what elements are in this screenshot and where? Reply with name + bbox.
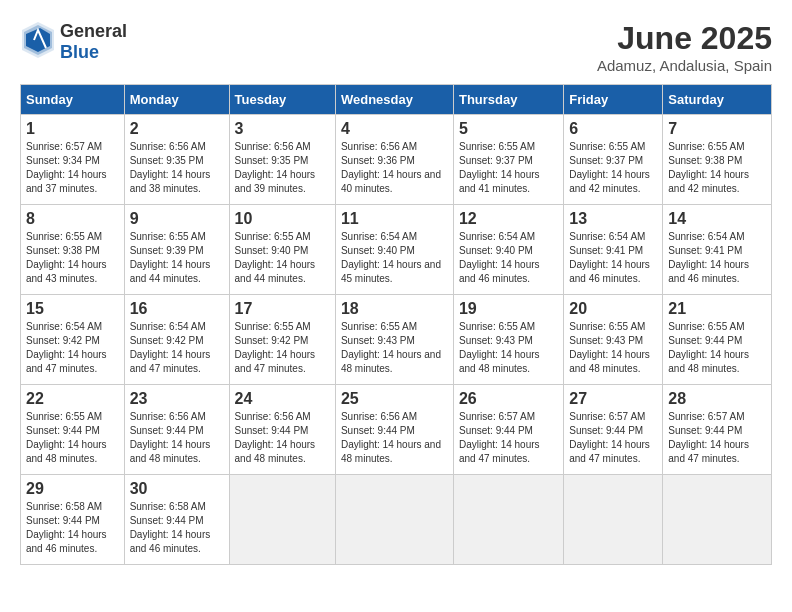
day-number: 8 — [26, 210, 119, 228]
page-title: June 2025 — [597, 20, 772, 57]
day-info: Sunrise: 6:55 AMSunset: 9:44 PMDaylight:… — [668, 321, 749, 374]
day-info: Sunrise: 6:58 AMSunset: 9:44 PMDaylight:… — [130, 501, 211, 554]
day-number: 24 — [235, 390, 330, 408]
day-info: Sunrise: 6:56 AMSunset: 9:44 PMDaylight:… — [341, 411, 441, 464]
day-info: Sunrise: 6:57 AMSunset: 9:44 PMDaylight:… — [569, 411, 650, 464]
day-number: 4 — [341, 120, 448, 138]
calendar-week-row: 8 Sunrise: 6:55 AMSunset: 9:38 PMDayligh… — [21, 205, 772, 295]
day-info: Sunrise: 6:56 AMSunset: 9:44 PMDaylight:… — [130, 411, 211, 464]
logo-graphic — [20, 20, 56, 64]
calendar-cell: 20 Sunrise: 6:55 AMSunset: 9:43 PMDaylig… — [564, 295, 663, 385]
day-info: Sunrise: 6:57 AMSunset: 9:44 PMDaylight:… — [668, 411, 749, 464]
logo-general: General — [60, 21, 127, 41]
logo: General Blue — [20, 20, 127, 64]
calendar-cell — [453, 475, 563, 565]
day-number: 16 — [130, 300, 224, 318]
header-thursday: Thursday — [453, 85, 563, 115]
day-number: 27 — [569, 390, 657, 408]
calendar-cell: 1 Sunrise: 6:57 AMSunset: 9:34 PMDayligh… — [21, 115, 125, 205]
day-info: Sunrise: 6:57 AMSunset: 9:34 PMDaylight:… — [26, 141, 107, 194]
calendar-cell: 19 Sunrise: 6:55 AMSunset: 9:43 PMDaylig… — [453, 295, 563, 385]
calendar-week-row: 15 Sunrise: 6:54 AMSunset: 9:42 PMDaylig… — [21, 295, 772, 385]
calendar-cell: 27 Sunrise: 6:57 AMSunset: 9:44 PMDaylig… — [564, 385, 663, 475]
day-info: Sunrise: 6:55 AMSunset: 9:38 PMDaylight:… — [668, 141, 749, 194]
day-info: Sunrise: 6:55 AMSunset: 9:42 PMDaylight:… — [235, 321, 316, 374]
logo-text: General Blue — [60, 21, 127, 63]
day-info: Sunrise: 6:55 AMSunset: 9:37 PMDaylight:… — [569, 141, 650, 194]
calendar-cell — [564, 475, 663, 565]
logo-blue: Blue — [60, 42, 99, 62]
header-monday: Monday — [124, 85, 229, 115]
day-number: 12 — [459, 210, 558, 228]
day-number: 25 — [341, 390, 448, 408]
day-info: Sunrise: 6:55 AMSunset: 9:40 PMDaylight:… — [235, 231, 316, 284]
day-number: 30 — [130, 480, 224, 498]
calendar-table: Sunday Monday Tuesday Wednesday Thursday… — [20, 84, 772, 565]
day-info: Sunrise: 6:58 AMSunset: 9:44 PMDaylight:… — [26, 501, 107, 554]
calendar-cell: 22 Sunrise: 6:55 AMSunset: 9:44 PMDaylig… — [21, 385, 125, 475]
calendar-cell: 6 Sunrise: 6:55 AMSunset: 9:37 PMDayligh… — [564, 115, 663, 205]
day-number: 11 — [341, 210, 448, 228]
day-number: 7 — [668, 120, 766, 138]
day-info: Sunrise: 6:55 AMSunset: 9:43 PMDaylight:… — [341, 321, 441, 374]
header-tuesday: Tuesday — [229, 85, 335, 115]
calendar-cell: 17 Sunrise: 6:55 AMSunset: 9:42 PMDaylig… — [229, 295, 335, 385]
day-number: 28 — [668, 390, 766, 408]
title-area: June 2025 Adamuz, Andalusia, Spain — [597, 20, 772, 74]
calendar-cell: 18 Sunrise: 6:55 AMSunset: 9:43 PMDaylig… — [335, 295, 453, 385]
day-info: Sunrise: 6:54 AMSunset: 9:40 PMDaylight:… — [341, 231, 441, 284]
day-info: Sunrise: 6:54 AMSunset: 9:42 PMDaylight:… — [130, 321, 211, 374]
calendar-cell: 21 Sunrise: 6:55 AMSunset: 9:44 PMDaylig… — [663, 295, 772, 385]
day-number: 10 — [235, 210, 330, 228]
day-info: Sunrise: 6:54 AMSunset: 9:41 PMDaylight:… — [569, 231, 650, 284]
day-number: 26 — [459, 390, 558, 408]
day-number: 23 — [130, 390, 224, 408]
calendar-cell: 5 Sunrise: 6:55 AMSunset: 9:37 PMDayligh… — [453, 115, 563, 205]
page-subtitle: Adamuz, Andalusia, Spain — [597, 57, 772, 74]
header-wednesday: Wednesday — [335, 85, 453, 115]
day-number: 21 — [668, 300, 766, 318]
day-number: 9 — [130, 210, 224, 228]
calendar-cell: 11 Sunrise: 6:54 AMSunset: 9:40 PMDaylig… — [335, 205, 453, 295]
day-number: 13 — [569, 210, 657, 228]
calendar-cell: 29 Sunrise: 6:58 AMSunset: 9:44 PMDaylig… — [21, 475, 125, 565]
calendar-cell: 14 Sunrise: 6:54 AMSunset: 9:41 PMDaylig… — [663, 205, 772, 295]
calendar-header-row: Sunday Monday Tuesday Wednesday Thursday… — [21, 85, 772, 115]
day-number: 22 — [26, 390, 119, 408]
calendar-cell: 25 Sunrise: 6:56 AMSunset: 9:44 PMDaylig… — [335, 385, 453, 475]
day-info: Sunrise: 6:57 AMSunset: 9:44 PMDaylight:… — [459, 411, 540, 464]
header-sunday: Sunday — [21, 85, 125, 115]
day-info: Sunrise: 6:56 AMSunset: 9:44 PMDaylight:… — [235, 411, 316, 464]
calendar-cell: 12 Sunrise: 6:54 AMSunset: 9:40 PMDaylig… — [453, 205, 563, 295]
day-info: Sunrise: 6:55 AMSunset: 9:37 PMDaylight:… — [459, 141, 540, 194]
calendar-cell: 9 Sunrise: 6:55 AMSunset: 9:39 PMDayligh… — [124, 205, 229, 295]
calendar-cell: 24 Sunrise: 6:56 AMSunset: 9:44 PMDaylig… — [229, 385, 335, 475]
day-info: Sunrise: 6:54 AMSunset: 9:42 PMDaylight:… — [26, 321, 107, 374]
day-info: Sunrise: 6:55 AMSunset: 9:39 PMDaylight:… — [130, 231, 211, 284]
day-number: 14 — [668, 210, 766, 228]
day-number: 15 — [26, 300, 119, 318]
calendar-week-row: 22 Sunrise: 6:55 AMSunset: 9:44 PMDaylig… — [21, 385, 772, 475]
calendar-cell: 4 Sunrise: 6:56 AMSunset: 9:36 PMDayligh… — [335, 115, 453, 205]
day-info: Sunrise: 6:55 AMSunset: 9:38 PMDaylight:… — [26, 231, 107, 284]
day-number: 17 — [235, 300, 330, 318]
calendar-cell: 2 Sunrise: 6:56 AMSunset: 9:35 PMDayligh… — [124, 115, 229, 205]
day-info: Sunrise: 6:56 AMSunset: 9:36 PMDaylight:… — [341, 141, 441, 194]
calendar-cell — [663, 475, 772, 565]
calendar-week-row: 1 Sunrise: 6:57 AMSunset: 9:34 PMDayligh… — [21, 115, 772, 205]
day-number: 3 — [235, 120, 330, 138]
day-number: 20 — [569, 300, 657, 318]
day-number: 29 — [26, 480, 119, 498]
calendar-week-row: 29 Sunrise: 6:58 AMSunset: 9:44 PMDaylig… — [21, 475, 772, 565]
day-info: Sunrise: 6:56 AMSunset: 9:35 PMDaylight:… — [130, 141, 211, 194]
header-friday: Friday — [564, 85, 663, 115]
day-number: 1 — [26, 120, 119, 138]
day-number: 18 — [341, 300, 448, 318]
calendar-cell: 16 Sunrise: 6:54 AMSunset: 9:42 PMDaylig… — [124, 295, 229, 385]
header-saturday: Saturday — [663, 85, 772, 115]
calendar-cell: 15 Sunrise: 6:54 AMSunset: 9:42 PMDaylig… — [21, 295, 125, 385]
day-info: Sunrise: 6:55 AMSunset: 9:43 PMDaylight:… — [459, 321, 540, 374]
header: General Blue June 2025 Adamuz, Andalusia… — [20, 20, 772, 74]
calendar-cell: 30 Sunrise: 6:58 AMSunset: 9:44 PMDaylig… — [124, 475, 229, 565]
calendar-cell: 28 Sunrise: 6:57 AMSunset: 9:44 PMDaylig… — [663, 385, 772, 475]
